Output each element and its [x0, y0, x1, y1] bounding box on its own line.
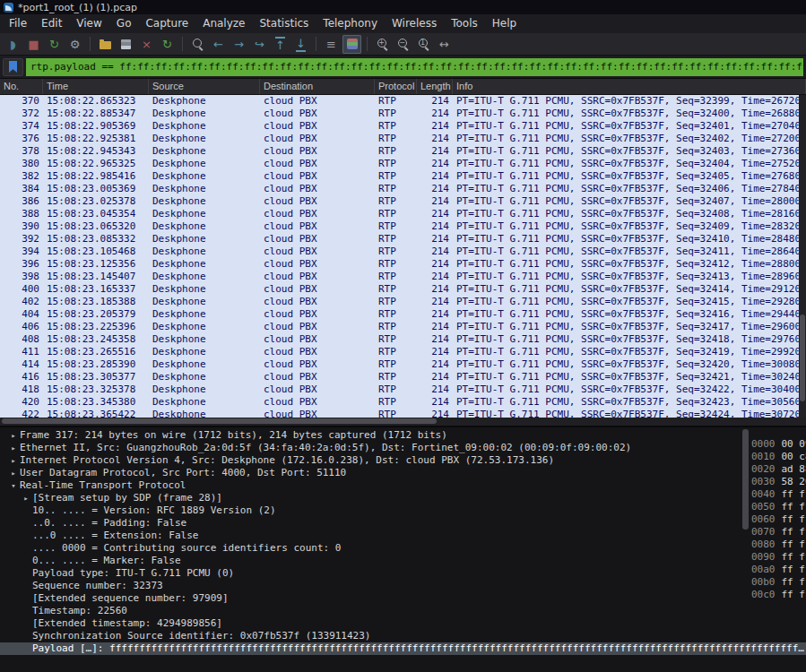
colorize-packets-button[interactable] — [342, 35, 361, 54]
packet-row[interactable]: 39815:08:23.145407Deskphonecloud PBXRTP2… — [0, 271, 806, 283]
column-header-time[interactable]: Time — [43, 79, 149, 94]
hex-line[interactable]: 0020ad 88 — [751, 463, 806, 476]
detail-line[interactable]: ▾Real-Time Transport Protocol — [0, 479, 806, 492]
hex-line[interactable]: 000000 09 — [751, 438, 806, 451]
expand-arrow-icon[interactable]: ▸ — [7, 467, 20, 479]
packet-row[interactable]: 39415:08:23.105468Deskphonecloud PBXRTP2… — [0, 246, 806, 258]
packet-row[interactable]: 38215:08:22.985416Deskphonecloud PBXRTP2… — [0, 170, 806, 183]
packet-list-vscrollbar[interactable] — [799, 95, 806, 418]
find-packet-button[interactable] — [188, 35, 207, 54]
open-file-button[interactable] — [96, 35, 115, 54]
detail-line[interactable]: ▸Ethernet II, Src: GuangzhouRob_2a:0d:5f… — [0, 442, 806, 454]
go-forward-button[interactable]: → — [230, 35, 248, 54]
hex-line[interactable]: 00c0ff ff — [751, 589, 806, 601]
menu-view[interactable]: View — [69, 14, 108, 33]
go-to-packet-button[interactable]: ↪ — [250, 35, 269, 54]
menu-edit[interactable]: Edit — [34, 14, 69, 33]
expand-arrow-icon[interactable]: ▸ — [7, 442, 20, 454]
menu-file[interactable]: File — [2, 14, 34, 33]
packet-row[interactable]: 40215:08:23.185388Deskphonecloud PBXRTP2… — [0, 296, 806, 308]
detail-line[interactable]: ▸[Stream setup by SDP (frame 28)] — [0, 492, 806, 504]
hex-line[interactable]: 0060ff ff — [751, 513, 806, 526]
filter-bookmark-button[interactable] — [3, 58, 23, 76]
packet-row[interactable]: 39215:08:23.085332Deskphonecloud PBXRTP2… — [0, 233, 806, 246]
resize-columns-button[interactable]: ↔ — [435, 35, 454, 54]
hex-line[interactable]: 001000 c8 — [751, 451, 806, 463]
packet-list-hscrollbar[interactable] — [0, 418, 806, 426]
packet-row[interactable]: 38015:08:22.965325Deskphonecloud PBXRTP2… — [0, 158, 806, 170]
detail-line[interactable]: ▸User Datagram Protocol, Src Port: 4000,… — [0, 467, 806, 479]
detail-line[interactable]: [Extended timestamp: 4294989856] — [0, 617, 806, 630]
packet-row[interactable]: 37815:08:22.945343Deskphonecloud PBXRTP2… — [0, 145, 806, 158]
expand-arrow-icon[interactable]: ▸ — [20, 492, 32, 504]
detail-line[interactable]: Payload […]: fffffffffffffffffffffffffff… — [0, 642, 806, 655]
detail-line[interactable]: ▸Frame 317: 214 bytes on wire (1712 bits… — [0, 429, 806, 442]
reload-file-button[interactable]: ↻ — [158, 35, 177, 54]
column-header-protocol[interactable]: Protocol — [375, 79, 417, 94]
column-header-no[interactable]: No. — [0, 79, 43, 94]
hex-line[interactable]: 00b0ff ff — [751, 576, 806, 589]
detail-line[interactable]: Sequence number: 32373 — [0, 580, 806, 592]
packet-row[interactable]: 39615:08:23.125356Deskphonecloud PBXRTP2… — [0, 258, 806, 271]
packet-row[interactable]: 39015:08:23.065320Deskphonecloud PBXRTP2… — [0, 220, 806, 233]
capture-options-button[interactable]: ⚙ — [65, 35, 84, 54]
go-last-button[interactable]: ↓ — [291, 35, 310, 54]
menu-capture[interactable]: Capture — [138, 14, 195, 33]
menu-tools[interactable]: Tools — [444, 14, 485, 33]
packet-row[interactable]: 42215:08:23.365422Deskphonecloud PBXRTP2… — [0, 409, 806, 418]
zoom-in-button[interactable]: + — [373, 35, 392, 54]
display-filter-input[interactable]: rtp.payload == ff:ff:ff:ff:ff:ff:ff:ff:f… — [26, 58, 803, 76]
hex-line[interactable]: 0080ff ff — [751, 538, 806, 551]
capture-stop-button[interactable]: ■ — [24, 35, 43, 54]
expand-arrow-icon[interactable]: ▸ — [7, 454, 20, 467]
packet-row[interactable]: 40815:08:23.245358Deskphonecloud PBXRTP2… — [0, 333, 806, 346]
menu-statistics[interactable]: Statistics — [252, 14, 316, 33]
hex-line[interactable]: 003058 20 — [751, 476, 806, 488]
zoom-out-button[interactable]: − — [394, 35, 412, 54]
go-back-button[interactable]: ← — [209, 35, 228, 54]
menu-analyze[interactable]: Analyze — [195, 14, 252, 33]
hex-line[interactable]: 0070ff ff — [751, 526, 806, 538]
hex-line[interactable]: 00a0ff ff — [751, 564, 806, 576]
zoom-reset-button[interactable]: 1 — [414, 35, 433, 54]
packet-row[interactable]: 42015:08:23.345380Deskphonecloud PBXRTP2… — [0, 396, 806, 409]
details-scrollbar-thumb[interactable] — [742, 429, 749, 530]
hex-line[interactable]: 0040ff ff — [751, 488, 806, 501]
vscrollbar-thumb[interactable] — [800, 314, 805, 401]
menu-telephony[interactable]: Telephony — [316, 14, 385, 33]
packet-row[interactable]: 41615:08:23.305377Deskphonecloud PBXRTP2… — [0, 371, 806, 383]
column-header-destination[interactable]: Destination — [260, 79, 375, 94]
column-header-info[interactable]: Info — [453, 79, 806, 94]
hex-line[interactable]: 0090ff ff — [751, 551, 806, 564]
packet-row[interactable]: 37615:08:22.925381Deskphonecloud PBXRTP2… — [0, 133, 806, 145]
packet-row[interactable]: 41115:08:23.265516Deskphonecloud PBXRTP2… — [0, 346, 806, 358]
detail-line[interactable]: [Extended sequence number: 97909] — [0, 592, 806, 605]
collapse-arrow-icon[interactable]: ▾ — [7, 479, 20, 492]
packet-row[interactable]: 40615:08:23.225396Deskphonecloud PBXRTP2… — [0, 321, 806, 333]
packet-row[interactable]: 38615:08:23.025378Deskphonecloud PBXRTP2… — [0, 195, 806, 208]
expand-arrow-icon[interactable]: ▸ — [7, 429, 20, 442]
hscrollbar-thumb[interactable] — [2, 418, 437, 424]
close-file-button[interactable]: × — [137, 35, 156, 54]
go-first-button[interactable]: ↑ — [271, 35, 290, 54]
column-header-source[interactable]: Source — [149, 79, 260, 94]
column-header-length[interactable]: Length — [417, 79, 453, 94]
capture-start-button[interactable]: ◗ — [4, 35, 22, 54]
save-file-button[interactable] — [117, 35, 135, 54]
packet-row[interactable]: 40015:08:23.165337Deskphonecloud PBXRTP2… — [0, 283, 806, 296]
packet-row[interactable]: 41415:08:23.285390Deskphonecloud PBXRTP2… — [0, 358, 806, 371]
detail-line[interactable]: 10.. .... = Version: RFC 1889 Version (2… — [0, 504, 806, 517]
detail-line[interactable]: ..0. .... = Padding: False — [0, 517, 806, 530]
packet-row[interactable]: 41815:08:23.325378Deskphonecloud PBXRTP2… — [0, 383, 806, 396]
menu-wireless[interactable]: Wireless — [385, 14, 444, 33]
detail-line[interactable]: Payload type: ITU-T G.711 PCMU (0) — [0, 567, 806, 580]
packet-row[interactable]: 37415:08:22.905369Deskphonecloud PBXRTP2… — [0, 120, 806, 133]
detail-line[interactable]: Synchronization Source identifier: 0x07f… — [0, 630, 806, 642]
auto-scroll-button[interactable]: ≡ — [322, 35, 341, 54]
packet-row[interactable]: 38815:08:23.045354Deskphonecloud PBXRTP2… — [0, 208, 806, 220]
packet-row[interactable]: 40415:08:23.205379Deskphonecloud PBXRTP2… — [0, 308, 806, 321]
hex-line[interactable]: 0050ff ff — [751, 501, 806, 513]
packet-row[interactable]: 38415:08:23.005369Deskphonecloud PBXRTP2… — [0, 183, 806, 195]
packet-row[interactable]: 37215:08:22.885347Deskphonecloud PBXRTP2… — [0, 108, 806, 120]
packet-row[interactable]: 37015:08:22.865323Deskphonecloud PBXRTP2… — [0, 95, 806, 108]
